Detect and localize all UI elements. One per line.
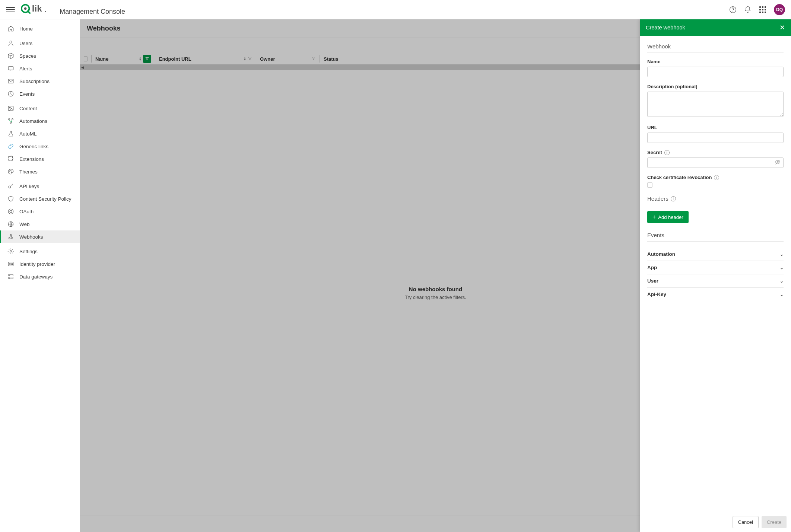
mail-icon bbox=[7, 78, 14, 85]
bell-icon[interactable] bbox=[744, 6, 752, 13]
link-icon bbox=[7, 143, 14, 150]
section-headers: Headers bbox=[647, 195, 668, 202]
flask-icon bbox=[7, 130, 14, 137]
sidebar-item-label: Generic links bbox=[19, 144, 48, 149]
toggle-visibility-icon[interactable] bbox=[775, 159, 781, 166]
sidebar-item-automations[interactable]: Automations bbox=[0, 115, 80, 127]
info-icon[interactable]: i bbox=[714, 175, 719, 180]
sidebar-item-settings[interactable]: Settings bbox=[0, 245, 80, 258]
sidebar-item-label: Web bbox=[19, 222, 30, 227]
svg-point-20 bbox=[10, 210, 12, 213]
svg-point-12 bbox=[9, 119, 10, 120]
sidebar: HomeUsersSpacesAlertsSubscriptionsEvents… bbox=[0, 19, 80, 532]
sidebar-item-label: Automations bbox=[19, 118, 47, 124]
logo-area: lik Management Console bbox=[21, 3, 125, 16]
svg-point-16 bbox=[10, 170, 11, 171]
event-category-app[interactable]: App⌄ bbox=[647, 261, 784, 274]
svg-point-5 bbox=[733, 11, 733, 11]
sidebar-item-label: Alerts bbox=[19, 66, 32, 71]
qlik-logo[interactable]: lik bbox=[21, 3, 52, 14]
sidebar-item-generic-links[interactable]: Generic links bbox=[0, 140, 80, 153]
svg-point-25 bbox=[10, 251, 12, 252]
sidebar-item-label: Home bbox=[19, 26, 33, 32]
svg-point-11 bbox=[9, 107, 10, 108]
topbar-actions: DQ bbox=[729, 4, 785, 15]
add-header-label: Add header bbox=[658, 214, 683, 220]
url-input[interactable] bbox=[647, 133, 784, 143]
info-icon[interactable]: i bbox=[671, 196, 676, 201]
close-icon[interactable]: ✕ bbox=[779, 24, 785, 31]
event-category-label: Api-Key bbox=[647, 292, 666, 297]
svg-point-13 bbox=[12, 119, 13, 120]
chevron-down-icon: ⌄ bbox=[780, 292, 784, 297]
plus-icon: + bbox=[652, 214, 656, 220]
sidebar-item-label: Spaces bbox=[19, 53, 36, 59]
add-header-button[interactable]: + Add header bbox=[647, 211, 689, 223]
sidebar-item-content[interactable]: Content bbox=[0, 102, 80, 115]
sidebar-item-label: Subscriptions bbox=[19, 79, 50, 84]
event-category-api-key[interactable]: Api-Key⌄ bbox=[647, 288, 784, 301]
create-button[interactable]: Create bbox=[762, 516, 787, 528]
sidebar-item-themes[interactable]: Themes bbox=[0, 165, 80, 178]
svg-point-19 bbox=[8, 209, 13, 214]
avatar[interactable]: DQ bbox=[774, 4, 785, 15]
drawer-footer: Cancel Create bbox=[640, 512, 791, 532]
section-events: Events bbox=[647, 232, 784, 242]
clock-icon bbox=[7, 90, 14, 97]
sidebar-item-label: OAuth bbox=[19, 209, 34, 214]
svg-point-18 bbox=[9, 186, 11, 188]
svg-point-6 bbox=[10, 41, 12, 43]
hamburger-menu[interactable] bbox=[6, 5, 15, 14]
label-check-cert: Check certificate revocation bbox=[647, 175, 712, 180]
svg-point-17 bbox=[12, 171, 12, 172]
sidebar-item-alerts[interactable]: Alerts bbox=[0, 62, 80, 75]
event-category-user[interactable]: User⌄ bbox=[647, 274, 784, 288]
sidebar-item-subscriptions[interactable]: Subscriptions bbox=[0, 75, 80, 87]
drawer-header: Create webhook ✕ bbox=[640, 19, 791, 36]
sidebar-item-events[interactable]: Events bbox=[0, 87, 80, 100]
name-input[interactable] bbox=[647, 67, 784, 77]
sidebar-item-label: Content Security Policy bbox=[19, 196, 72, 202]
home-icon bbox=[7, 25, 14, 32]
label-url: URL bbox=[647, 125, 784, 130]
sidebar-item-label: Identity provider bbox=[19, 261, 55, 267]
sidebar-item-idp[interactable]: Identity provider bbox=[0, 258, 80, 270]
label-name: Name bbox=[647, 59, 784, 64]
drawer-title: Create webhook bbox=[646, 25, 685, 31]
svg-point-27 bbox=[9, 264, 10, 265]
sidebar-item-label: API keys bbox=[19, 184, 39, 189]
section-webhook: Webhook bbox=[647, 43, 784, 53]
sidebar-item-oauth[interactable]: OAuth bbox=[0, 205, 80, 218]
svg-text:lik: lik bbox=[32, 3, 42, 13]
svg-point-30 bbox=[9, 275, 10, 276]
app-launcher-icon[interactable] bbox=[759, 6, 766, 13]
chevron-down-icon: ⌄ bbox=[780, 278, 784, 284]
event-category-automation[interactable]: Automation⌄ bbox=[647, 248, 784, 261]
sidebar-item-label: Data gateways bbox=[19, 274, 53, 280]
sidebar-item-extensions[interactable]: Extensions bbox=[0, 153, 80, 165]
sidebar-item-csp[interactable]: Content Security Policy bbox=[0, 192, 80, 205]
sidebar-item-label: Themes bbox=[19, 169, 38, 175]
label-secret: Secret bbox=[647, 150, 662, 155]
sidebar-item-webhooks[interactable]: Webhooks bbox=[0, 230, 80, 243]
svg-point-31 bbox=[9, 278, 10, 278]
info-icon[interactable]: i bbox=[664, 150, 670, 155]
palette-icon bbox=[7, 168, 14, 175]
sidebar-item-spaces[interactable]: Spaces bbox=[0, 50, 80, 62]
check-cert-checkbox[interactable] bbox=[647, 182, 652, 188]
help-icon[interactable] bbox=[729, 6, 737, 13]
secret-input[interactable] bbox=[647, 157, 784, 168]
globe-icon bbox=[7, 221, 14, 227]
image-icon bbox=[7, 105, 14, 112]
sidebar-item-api-keys[interactable]: API keys bbox=[0, 180, 80, 192]
sidebar-item-users[interactable]: Users bbox=[0, 37, 80, 50]
token-icon bbox=[7, 208, 14, 215]
sidebar-item-automl[interactable]: AutoML bbox=[0, 127, 80, 140]
description-input[interactable] bbox=[647, 92, 784, 117]
sidebar-item-web[interactable]: Web bbox=[0, 218, 80, 230]
sidebar-item-gateways[interactable]: Data gateways bbox=[0, 270, 80, 283]
svg-point-23 bbox=[12, 238, 13, 239]
server-icon bbox=[7, 273, 14, 280]
sidebar-item-home[interactable]: Home bbox=[0, 22, 80, 35]
cancel-button[interactable]: Cancel bbox=[733, 516, 759, 528]
